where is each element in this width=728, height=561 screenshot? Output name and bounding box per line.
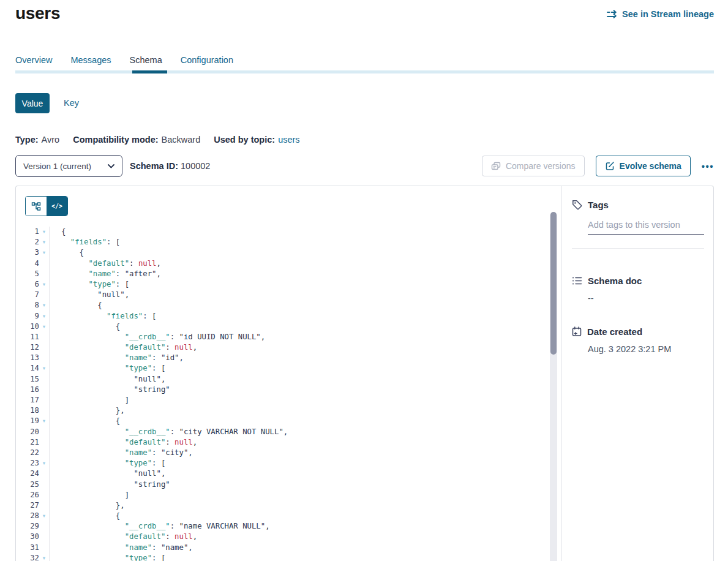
code-text: ] — [50, 490, 129, 500]
compatibility-value: Backward — [162, 135, 201, 145]
line-number: 15 — [16, 374, 39, 385]
line-number: 19 — [16, 416, 39, 426]
fold-arrow-icon[interactable]: ▾ — [39, 322, 50, 332]
schema-doc-heading: Schema doc — [588, 276, 642, 286]
line-number: 20 — [16, 427, 39, 437]
code-line: 8▾ { — [16, 300, 547, 311]
code-line: 32▾ "type": [ — [16, 553, 547, 561]
fold-gutter — [39, 500, 50, 511]
code-text: { — [50, 511, 120, 521]
line-number: 5 — [16, 269, 39, 279]
key-toggle-button[interactable]: Key — [64, 98, 79, 108]
code-text: "type": [ — [50, 279, 129, 290]
topic-link[interactable]: users — [278, 135, 299, 145]
evolve-schema-label: Evolve schema — [620, 161, 681, 171]
view-toggle: </> — [25, 196, 68, 216]
compare-versions-button[interactable]: Compare versions — [482, 156, 585, 176]
code-line: 25 "string" — [16, 480, 547, 490]
code-line: 31 "name": "name", — [16, 543, 547, 553]
code-line: 4 "default": null, — [16, 258, 547, 269]
compare-versions-icon — [491, 162, 501, 171]
tab-configuration[interactable]: Configuration — [181, 55, 233, 65]
code-line: 30 "default": null, — [16, 532, 547, 542]
code-text: "default": null, — [50, 437, 197, 448]
value-toggle-button[interactable]: Value — [15, 93, 50, 113]
type-label: Type: — [15, 135, 39, 145]
stream-lineage-label: See in Stream lineage — [622, 9, 714, 19]
code-text: { — [50, 247, 84, 258]
date-created-value: Aug. 3 2022 3:21 PM — [588, 344, 704, 354]
tab-overview[interactable]: Overview — [15, 55, 52, 65]
code-line: 22 "name": "city", — [16, 448, 547, 458]
code-view-button[interactable]: </> — [47, 197, 67, 216]
code-text: { — [50, 322, 120, 332]
fold-gutter — [39, 353, 50, 363]
code-line: 14▾ "type": [ — [16, 363, 547, 374]
code-text: "null", — [50, 374, 165, 385]
fold-arrow-icon[interactable]: ▾ — [39, 237, 50, 247]
version-select-value: Version 1 (current) — [23, 162, 91, 171]
code-text: "name": "id", — [50, 353, 184, 363]
fold-arrow-icon[interactable]: ▾ — [39, 553, 50, 561]
code-line: 13 "name": "id", — [16, 353, 547, 363]
line-number: 23 — [16, 458, 39, 469]
code-line: 11 "__crdb__": "id UUID NOT NULL", — [16, 332, 547, 342]
version-bar: Version 1 (current) Schema ID: 100002 Co… — [15, 155, 714, 177]
code-line: 12 "default": null, — [16, 342, 547, 353]
code-line: 29 "__crdb__": "name VARCHAR NULL", — [16, 521, 547, 532]
fold-gutter — [39, 332, 50, 342]
scrollbar-thumb[interactable] — [550, 212, 557, 355]
line-number: 1 — [16, 227, 39, 237]
code-line: 20 "__crdb__": "city VARCHAR NOT NULL", — [16, 427, 547, 437]
code-line: 9▾ "fields": [ — [16, 311, 547, 322]
code-line: 23▾ "type": [ — [16, 458, 547, 469]
tag-icon — [572, 200, 582, 210]
schema-meta-row: Type:Avro Compatibility mode:Backward Us… — [15, 135, 313, 145]
line-number: 10 — [16, 322, 39, 332]
fold-arrow-icon[interactable]: ▾ — [39, 247, 50, 258]
code-text: "string" — [50, 385, 170, 395]
line-number: 12 — [16, 342, 39, 353]
line-number: 31 — [16, 543, 39, 553]
schema-doc-value: -- — [588, 293, 704, 303]
fold-arrow-icon[interactable]: ▾ — [39, 311, 50, 322]
line-number: 2 — [16, 237, 39, 247]
code-text: { — [50, 416, 120, 426]
code-text: "name": "city", — [50, 448, 193, 458]
active-tab-indicator — [132, 70, 167, 73]
code-text: "type": [ — [50, 553, 165, 561]
tab-messages[interactable]: Messages — [70, 55, 111, 65]
line-number: 29 — [16, 521, 39, 532]
tab-schema[interactable]: Schema — [130, 55, 162, 65]
code-text: "__crdb__": "name VARCHAR NULL", — [50, 521, 270, 532]
line-number: 14 — [16, 363, 39, 374]
compare-versions-label: Compare versions — [506, 161, 576, 171]
version-select[interactable]: Version 1 (current) — [15, 155, 122, 177]
fold-gutter — [39, 374, 50, 385]
fold-gutter — [39, 405, 50, 416]
evolve-schema-button[interactable]: Evolve schema — [596, 156, 691, 176]
fold-arrow-icon[interactable]: ▾ — [39, 416, 50, 426]
fold-arrow-icon[interactable]: ▾ — [39, 458, 50, 469]
code-text: ] — [50, 395, 129, 405]
code-text: "null", — [50, 290, 129, 300]
editor-scrollbar[interactable] — [550, 212, 557, 561]
date-created-section: Date created Aug. 3 2022 3:21 PM — [572, 326, 704, 354]
code-text: "__crdb__": "city VARCHAR NOT NULL", — [50, 427, 288, 437]
code-line: 3▾ { — [16, 247, 547, 258]
fold-arrow-icon[interactable]: ▾ — [39, 511, 50, 521]
fold-arrow-icon[interactable]: ▾ — [39, 279, 50, 290]
fold-arrow-icon[interactable]: ▾ — [39, 300, 50, 311]
code-text: }, — [50, 405, 125, 416]
tree-view-button[interactable] — [26, 197, 47, 216]
fold-gutter — [39, 342, 50, 353]
tags-input[interactable] — [588, 220, 704, 235]
line-number: 26 — [16, 490, 39, 500]
line-number: 21 — [16, 437, 39, 448]
fold-arrow-icon[interactable]: ▾ — [39, 363, 50, 374]
code-line: 10▾ { — [16, 322, 547, 332]
more-options-button[interactable]: ••• — [702, 161, 714, 171]
stream-lineage-link[interactable]: See in Stream lineage — [607, 9, 714, 19]
fold-arrow-icon[interactable]: ▾ — [39, 227, 50, 237]
code-text: "type": [ — [50, 458, 165, 469]
